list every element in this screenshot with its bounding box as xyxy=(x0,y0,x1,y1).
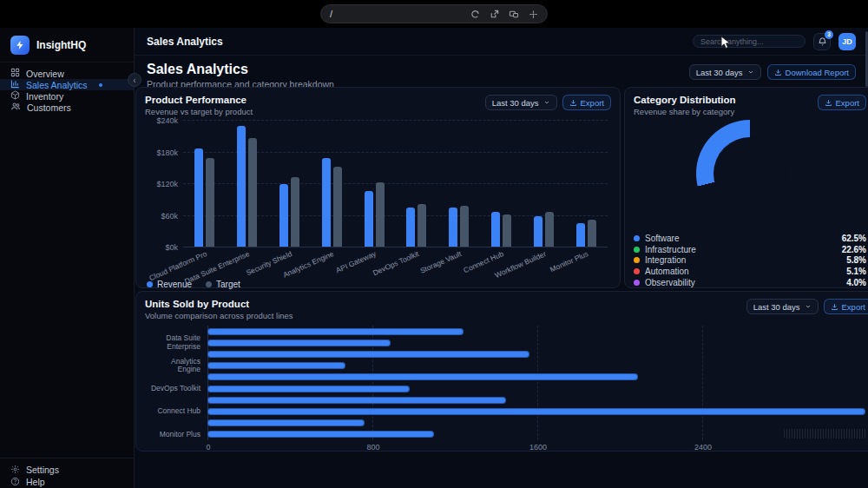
category-legend-row: Software62.5% xyxy=(634,233,866,244)
y-axis-label: Monitor Plus xyxy=(150,431,207,439)
us-title: Units Sold by Product xyxy=(145,299,293,309)
category-label: Integration xyxy=(645,255,841,265)
target-bar xyxy=(376,182,385,247)
sidebar-footer: SettingsHelp xyxy=(0,458,134,488)
horizontal-bar-chart: 080016002400Data Suite EnterpriseAnalyti… xyxy=(207,326,867,440)
chevron-down-icon xyxy=(747,69,754,76)
target-bar xyxy=(460,206,469,247)
x-axis-tick: 2400 xyxy=(694,443,712,452)
us-export-button[interactable]: Export xyxy=(824,299,868,314)
target-bar xyxy=(418,204,426,247)
category-label: Software xyxy=(645,234,837,243)
revenue-bar xyxy=(534,216,542,247)
category-legend-row: Observability4.0% xyxy=(634,277,866,288)
units-bar xyxy=(207,397,506,404)
bar-row xyxy=(207,418,867,429)
watermark xyxy=(784,429,867,439)
url-text: / xyxy=(330,9,470,19)
x-axis-tick: 1600 xyxy=(529,443,547,452)
app-logo-row: InsightHQ xyxy=(0,28,134,63)
browser-topbar: / xyxy=(0,0,868,28)
category-distribution-card: Category Distribution Revenue share by c… xyxy=(624,87,868,288)
units-bar xyxy=(207,431,434,438)
us-range-select[interactable]: Last 30 days xyxy=(746,299,819,314)
cd-export-button[interactable]: Export xyxy=(818,95,866,110)
notifications-button[interactable]: 3 xyxy=(813,33,831,50)
refresh-icon[interactable] xyxy=(470,10,480,19)
sidebar-item-label: Inventory xyxy=(26,91,63,102)
download-icon xyxy=(774,69,782,76)
us-subtitle: Volume comparison across product lines xyxy=(145,311,293,320)
download-icon xyxy=(831,303,838,311)
units-bar xyxy=(207,340,391,346)
sidebar-item-inventory[interactable]: Inventory xyxy=(0,90,134,102)
bar-row xyxy=(207,326,867,337)
sidebar-item-customers[interactable]: Customers xyxy=(0,102,134,113)
main-content: Sales Analytics 3 JD Sales Analytics Pro… xyxy=(135,28,868,488)
download-icon xyxy=(569,99,577,107)
legend-item: Target xyxy=(206,280,240,289)
revenue-bar xyxy=(449,208,457,247)
bar-row: Data Suite Enterprise xyxy=(207,337,867,348)
main-header: Sales Analytics 3 JD xyxy=(135,28,868,56)
category-legend-row: Integration5.8% xyxy=(634,255,866,267)
revenue-bar xyxy=(406,208,415,247)
search-input[interactable] xyxy=(693,35,806,48)
units-bar xyxy=(207,373,638,380)
revenue-bar xyxy=(279,184,288,247)
units-bar xyxy=(207,408,865,415)
category-value: 62.5% xyxy=(842,234,866,243)
date-range-select[interactable]: Last 30 days xyxy=(689,64,761,80)
bar-group xyxy=(565,120,608,247)
user-avatar[interactable]: JD xyxy=(838,33,856,50)
y-axis-label: Data Suite Enterprise xyxy=(150,334,207,351)
category-value: 5.8% xyxy=(846,255,866,265)
donut-chart xyxy=(696,120,804,228)
bar-group xyxy=(437,120,480,247)
bar-row xyxy=(207,372,867,383)
pp-title: Product Performance xyxy=(145,95,253,105)
users-icon xyxy=(10,102,21,113)
bar-group xyxy=(353,120,396,247)
y-axis-tick: $120k xyxy=(156,180,178,188)
y-axis-tick: $180k xyxy=(156,148,178,157)
fit-screen-icon[interactable] xyxy=(529,10,538,19)
bar-group xyxy=(480,120,523,247)
sidebar-item-help[interactable]: Help xyxy=(0,476,134,488)
y-axis-label: Connect Hub xyxy=(150,407,207,416)
sidebar-item-overview[interactable]: Overview xyxy=(0,68,134,79)
url-bar[interactable]: / xyxy=(320,4,548,23)
donut-hole xyxy=(713,137,786,210)
pp-range-select[interactable]: Last 30 days xyxy=(485,95,557,110)
app-name: InsightHQ xyxy=(36,39,86,51)
revenue-bar xyxy=(365,191,373,247)
download-icon xyxy=(825,99,832,107)
cd-subtitle: Revenue share by category xyxy=(634,107,736,116)
bar-group xyxy=(396,120,438,247)
units-bar xyxy=(207,351,529,358)
revenue-bar xyxy=(322,158,331,247)
devices-icon[interactable] xyxy=(509,10,519,19)
x-axis-tick: 0 xyxy=(206,443,210,452)
target-bar xyxy=(588,220,596,247)
sidebar-collapse-button[interactable]: ‹ xyxy=(128,73,141,87)
x-axis-tick: 800 xyxy=(366,443,379,452)
sidebar-item-settings[interactable]: Settings xyxy=(0,464,134,476)
download-report-button[interactable]: Download Report xyxy=(767,64,856,80)
header-title: Sales Analytics xyxy=(147,36,223,48)
sidebar-item-label: Customers xyxy=(27,102,71,113)
pp-export-button[interactable]: Export xyxy=(562,95,611,110)
bar-row xyxy=(207,348,867,359)
bar-row: Connect Hub xyxy=(207,406,867,417)
page-title: Sales Analytics xyxy=(147,62,334,77)
sidebar-item-label: Settings xyxy=(26,465,59,475)
sidebar-item-label: Overview xyxy=(26,69,64,79)
bar-row: Analytics Engine xyxy=(207,360,867,372)
open-external-icon[interactable] xyxy=(490,10,499,19)
active-dot xyxy=(99,83,102,87)
sidebar-item-sales-analytics[interactable]: Sales Analytics xyxy=(0,79,134,90)
category-label: Observability xyxy=(645,278,841,287)
y-axis-tick: $240k xyxy=(156,116,178,125)
bar-row: DevOps Toolkit xyxy=(207,383,867,394)
gear-icon xyxy=(10,465,20,476)
